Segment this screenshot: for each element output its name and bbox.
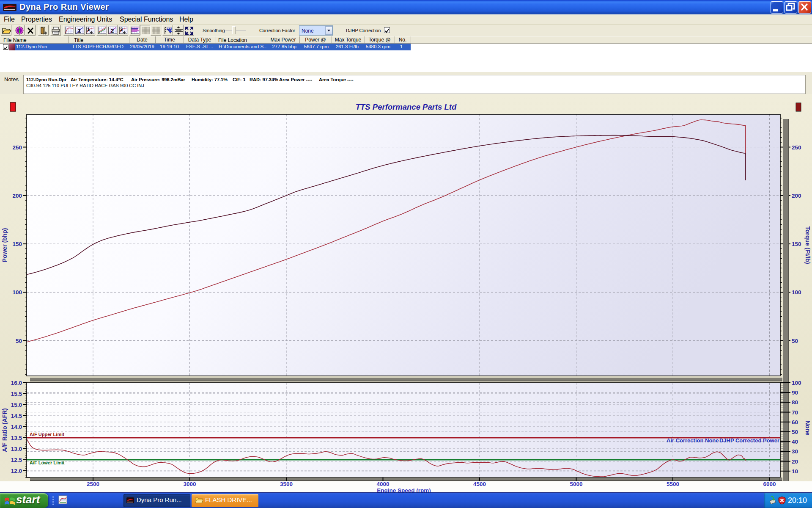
svg-text:15.0: 15.0 [11, 402, 22, 408]
svg-text:70: 70 [792, 409, 798, 416]
svg-text:100: 100 [792, 380, 801, 386]
svg-text:4000: 4000 [376, 481, 389, 487]
svg-text:150: 150 [792, 241, 801, 247]
svg-text:A/F Ratio (AFR): A/F Ratio (AFR) [1, 408, 8, 452]
svg-text:None: None [804, 421, 811, 436]
svg-text:A/F Upper Limit: A/F Upper Limit [30, 432, 64, 437]
svg-text:13.5: 13.5 [11, 435, 22, 441]
svg-text:20: 20 [792, 458, 798, 465]
svg-text:DJHP Corrected Power: DJHP Corrected Power [719, 437, 779, 444]
svg-text:150: 150 [12, 241, 22, 247]
svg-text:60: 60 [792, 419, 798, 425]
svg-text:6000: 6000 [763, 481, 776, 487]
svg-text:1: 1 [87, 27, 90, 32]
svg-text:50: 50 [792, 429, 798, 435]
svg-text:5000: 5000 [570, 481, 582, 487]
svg-text:12.0: 12.0 [11, 468, 22, 474]
svg-text:Power (bhp): Power (bhp) [1, 228, 8, 262]
svg-text:TTS Performance Parts Ltd: TTS Performance Parts Ltd [356, 102, 457, 111]
svg-text:80: 80 [792, 399, 798, 406]
svg-text:Torque (Ft/lb): Torque (Ft/lb) [804, 226, 811, 264]
svg-text:13.0: 13.0 [11, 446, 22, 452]
svg-text:30: 30 [792, 448, 798, 455]
svg-text:2: 2 [120, 27, 123, 32]
svg-text:A/F Lower Limit: A/F Lower Limit [30, 460, 65, 465]
svg-text:14.5: 14.5 [11, 413, 22, 419]
svg-text:5500: 5500 [667, 481, 679, 487]
svg-text:Air Correction None: Air Correction None [667, 437, 719, 444]
svg-text:3500: 3500 [280, 481, 293, 487]
svg-text:200: 200 [792, 193, 801, 199]
svg-text:12.5: 12.5 [11, 457, 22, 463]
svg-text:50: 50 [16, 338, 22, 344]
svg-text:Engine Speed (rpm): Engine Speed (rpm) [377, 487, 431, 492]
svg-text:250: 250 [792, 144, 801, 151]
svg-text:4500: 4500 [473, 481, 486, 487]
svg-text:15.5: 15.5 [11, 391, 22, 397]
svg-text:16.0: 16.0 [11, 380, 22, 386]
svg-text:40: 40 [792, 439, 798, 445]
svg-text:90: 90 [792, 389, 798, 396]
svg-text:100: 100 [792, 289, 801, 295]
svg-text:10: 10 [792, 468, 798, 475]
svg-text:1: 1 [78, 28, 81, 34]
svg-text:200: 200 [12, 193, 22, 199]
svg-text:250: 250 [12, 144, 22, 151]
svg-text:100: 100 [12, 289, 22, 295]
svg-text:3000: 3000 [183, 481, 196, 487]
svg-text:14.0: 14.0 [11, 424, 22, 430]
svg-text:2500: 2500 [87, 481, 99, 487]
svg-text:50: 50 [792, 338, 798, 344]
svg-text:2: 2 [111, 28, 114, 34]
